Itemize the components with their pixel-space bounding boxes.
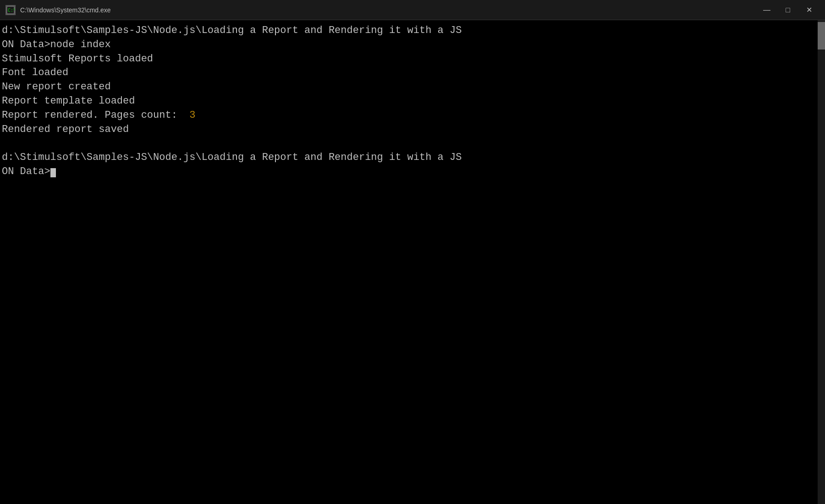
terminal-line-3: New report created bbox=[2, 80, 816, 94]
window-controls: — □ ✕ bbox=[756, 0, 820, 20]
window-title: C:\Windows\System32\cmd.exe bbox=[20, 6, 756, 14]
scrollbar[interactable] bbox=[818, 20, 825, 504]
terminal-line-path2: d:\Stimulsoft\Samples-JS\Node.js\Loading… bbox=[2, 151, 816, 165]
window-icon: C:\ bbox=[6, 5, 16, 15]
terminal-output[interactable]: d:\Stimulsoft\Samples-JS\Node.js\Loading… bbox=[0, 20, 818, 504]
terminal-line-6: Rendered report saved bbox=[2, 123, 816, 137]
scrollbar-thumb[interactable] bbox=[818, 22, 825, 49]
pages-count: 3 bbox=[189, 110, 195, 121]
cursor-blink bbox=[50, 168, 56, 177]
minimize-button[interactable]: — bbox=[756, 0, 777, 20]
terminal-line-2: Font loaded bbox=[2, 66, 816, 80]
content-area: d:\Stimulsoft\Samples-JS\Node.js\Loading… bbox=[0, 20, 825, 504]
close-button[interactable]: ✕ bbox=[798, 0, 820, 20]
terminal-line-4: Report template loaded bbox=[2, 94, 816, 109]
terminal-line-path1: d:\Stimulsoft\Samples-JS\Node.js\Loading… bbox=[2, 24, 816, 38]
terminal-line-prompt1: ON Data>node index bbox=[2, 38, 816, 52]
terminal-line-prompt2: ON Data> bbox=[2, 165, 816, 179]
cmd-window: C:\ C:\Windows\System32\cmd.exe — □ ✕ d:… bbox=[0, 0, 825, 504]
terminal-line-1: Stimulsoft Reports loaded bbox=[2, 52, 816, 66]
terminal-line-5: Report rendered. Pages count: 3 bbox=[2, 109, 816, 123]
title-bar: C:\ C:\Windows\System32\cmd.exe — □ ✕ bbox=[0, 0, 825, 20]
maximize-button[interactable]: □ bbox=[777, 0, 798, 20]
empty-line bbox=[2, 137, 816, 151]
svg-text:C:\: C:\ bbox=[8, 8, 15, 13]
